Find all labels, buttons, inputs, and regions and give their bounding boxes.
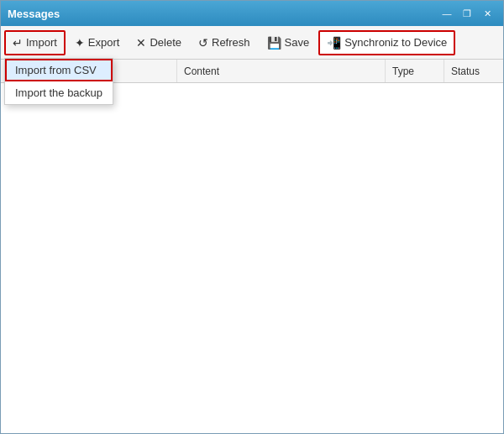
window-title: Messages [8,8,60,20]
delete-button[interactable]: ✕ Delete [129,30,189,55]
import-icon: ↵ [13,36,23,50]
import-dropdown: Import from CSV Import the backup [4,58,113,105]
sync-icon: 📲 [327,36,341,50]
export-icon: ✦ [75,36,85,50]
delete-icon: ✕ [136,36,146,50]
close-button[interactable]: ✕ [478,6,496,21]
status-header: Status [444,60,503,82]
save-label: Save [285,36,310,49]
content-area [1,83,503,433]
import-label: Import [26,36,57,49]
delete-label: Delete [150,36,181,49]
title-bar: Messages — ❐ ✕ [1,1,503,26]
import-from-csv-item[interactable]: Import from CSV [5,59,113,81]
refresh-label: Refresh [212,36,250,49]
messages-window: Messages — ❐ ✕ ↵ Import ✦ Export ✕ Delet… [0,0,504,434]
save-button[interactable]: 💾 Save [260,30,318,55]
import-button[interactable]: ↵ Import [4,30,66,55]
minimize-button[interactable]: — [438,6,456,21]
restore-button[interactable]: ❐ [458,6,476,21]
title-bar-controls: — ❐ ✕ [438,6,496,21]
refresh-icon: ↺ [198,36,208,50]
export-label: Export [88,36,120,49]
content-header: Content [177,60,386,82]
type-header: Type [386,60,444,82]
sync-button[interactable]: 📲 Synchroniz to Device [318,30,455,55]
save-icon: 💾 [267,36,281,50]
sync-label: Synchroniz to Device [344,36,447,49]
refresh-button[interactable]: ↺ Refresh [191,30,258,55]
export-button[interactable]: ✦ Export [67,30,128,55]
import-backup-item[interactable]: Import the backup [5,81,113,104]
toolbar: ↵ Import ✦ Export ✕ Delete ↺ Refresh 💾 S… [1,26,503,60]
